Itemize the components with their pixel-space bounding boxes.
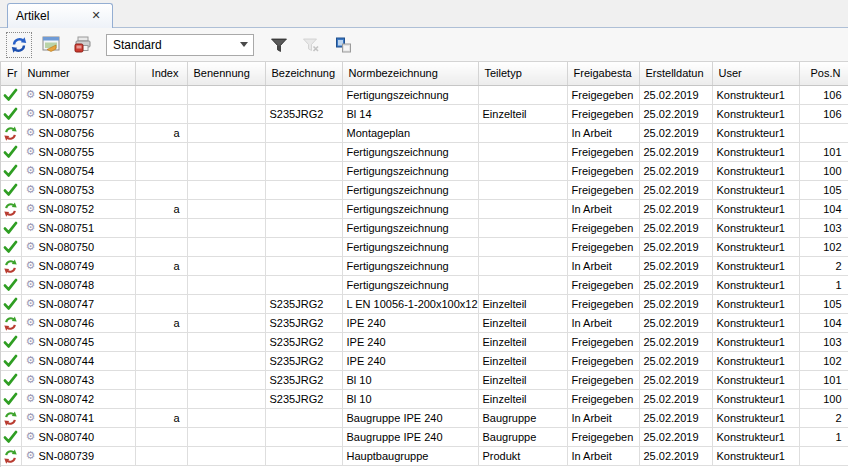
cell-fr — [1, 161, 21, 180]
cell-nummer: ⚙SN-080754 — [21, 161, 135, 180]
cell-posnr: 102 — [799, 351, 848, 370]
table-row[interactable]: ⚙SN-080749aFertigungszeichnungIn Arbeit2… — [1, 256, 848, 275]
cell-bezeichnung — [265, 123, 342, 142]
table-row[interactable]: ⚙SN-080752aFertigungszeichnungIn Arbeit2… — [1, 199, 848, 218]
cell-fr — [1, 351, 21, 370]
cell-normbezeichnung: Baugruppe IPE 240 — [342, 427, 478, 446]
part-icon: ⚙ — [26, 373, 36, 386]
cell-nummer: ⚙SN-080747 — [21, 294, 135, 313]
table-row[interactable]: ⚙SN-080751FertigungszeichnungFreigegeben… — [1, 218, 848, 237]
status-freigegeben-icon — [3, 221, 18, 235]
cell-normbezeichnung: Fertigungszeichnung — [342, 237, 478, 256]
cell-bezeichnung — [265, 256, 342, 275]
cell-teiletyp: Einzelteil — [478, 389, 567, 408]
column-header-teiletyp[interactable]: Teiletyp — [478, 62, 567, 85]
table-row[interactable]: ⚙SN-080754FertigungszeichnungFreigegeben… — [1, 161, 848, 180]
table-row[interactable]: ⚙SN-080740Baugruppe IPE 240BaugruppeFrei… — [1, 427, 848, 446]
cell-teiletyp — [478, 85, 567, 104]
header-row: FrNummerIndexBenennungBezeichnungNormbez… — [1, 62, 848, 85]
table-row[interactable]: ⚙SN-080743S235JRG2Bl 10EinzelteilFreigeg… — [1, 370, 848, 389]
column-header-posnr[interactable]: Pos.N — [799, 62, 848, 85]
cell-teiletyp: Einzelteil — [478, 370, 567, 389]
table-row[interactable]: ⚙SN-080742S235JRG2Bl 10EinzelteilFreigeg… — [1, 389, 848, 408]
status-in-arbeit-icon — [3, 202, 18, 217]
cell-index — [135, 275, 187, 294]
column-header-freigabestatus[interactable]: Freigabesta — [567, 62, 639, 85]
table-row[interactable]: ⚙SN-080755FertigungszeichnungFreigegeben… — [1, 142, 848, 161]
cell-freigabestatus: Freigegeben — [567, 275, 639, 294]
cell-nummer: ⚙SN-080755 — [21, 142, 135, 161]
cell-nummer: ⚙SN-080759 — [21, 85, 135, 104]
clear-filter-button[interactable] — [298, 32, 324, 58]
view-combobox[interactable]: Standard — [106, 34, 254, 56]
print-button[interactable] — [70, 32, 96, 58]
table-row[interactable]: ⚙SN-080739HauptbaugruppeProduktIn Arbeit… — [1, 446, 848, 465]
table-row[interactable]: ⚙SN-080757S235JRG2Bl 14EinzelteilFreigeg… — [1, 104, 848, 123]
grid-header: FrNummerIndexBenennungBezeichnungNormbez… — [1, 62, 848, 85]
part-icon: ⚙ — [26, 354, 36, 367]
column-header-index[interactable]: Index — [135, 62, 187, 85]
table-row[interactable]: ⚙SN-080753FertigungszeichnungFreigegeben… — [1, 180, 848, 199]
part-icon: ⚙ — [26, 411, 36, 424]
cell-posnr: 104 — [799, 313, 848, 332]
column-header-erstelldatum[interactable]: Erstelldatun — [639, 62, 712, 85]
artikel-number: SN-080757 — [38, 108, 94, 120]
cell-posnr: 103 — [799, 218, 848, 237]
refresh-button[interactable] — [6, 32, 32, 58]
filter-button[interactable] — [266, 32, 292, 58]
table-row[interactable]: ⚙SN-080741aBaugruppe IPE 240BaugruppeIn … — [1, 408, 848, 427]
cell-erstelldatum: 25.02.2019 — [639, 104, 712, 123]
cell-benennung — [187, 237, 265, 256]
cell-index — [135, 85, 187, 104]
filter-icon — [270, 37, 288, 53]
cell-user: Konstrukteur1 — [712, 199, 799, 218]
cell-nummer: ⚙SN-080750 — [21, 237, 135, 256]
column-header-benennung[interactable]: Benennung — [187, 62, 265, 85]
artikel-number: SN-080754 — [38, 165, 94, 177]
part-icon: ⚙ — [26, 449, 36, 462]
column-header-bezeichnung[interactable]: Bezeichnung — [265, 62, 342, 85]
column-header-user[interactable]: User — [712, 62, 799, 85]
cell-teiletyp: Einzelteil — [478, 294, 567, 313]
cell-bezeichnung — [265, 161, 342, 180]
cell-user: Konstrukteur1 — [712, 332, 799, 351]
table-row[interactable]: ⚙SN-080745S235JRG2IPE 240EinzelteilFreig… — [1, 332, 848, 351]
cell-benennung — [187, 123, 265, 142]
table-row[interactable]: ⚙SN-080759FertigungszeichnungFreigegeben… — [1, 85, 848, 104]
cell-nummer: ⚙SN-080741 — [21, 408, 135, 427]
table-row[interactable]: ⚙SN-080744S235JRG2IPE 240EinzelteilFreig… — [1, 351, 848, 370]
clear-filter-icon — [302, 37, 320, 53]
table-row[interactable]: ⚙SN-080747S235JRG2L EN 10056-1-200x100x1… — [1, 294, 848, 313]
cell-erstelldatum: 25.02.2019 — [639, 199, 712, 218]
cell-fr — [1, 427, 21, 446]
cell-posnr: 106 — [799, 85, 848, 104]
cell-erstelldatum: 25.02.2019 — [639, 275, 712, 294]
cell-posnr: 1 — [799, 275, 848, 294]
cell-teiletyp: Einzelteil — [478, 313, 567, 332]
cell-erstelldatum: 25.02.2019 — [639, 142, 712, 161]
table-row[interactable]: ⚙SN-080750FertigungszeichnungFreigegeben… — [1, 237, 848, 256]
cell-fr — [1, 332, 21, 351]
cell-nummer: ⚙SN-080748 — [21, 275, 135, 294]
table-row[interactable]: ⚙SN-080756aMontageplanIn Arbeit25.02.201… — [1, 123, 848, 142]
window-list-button[interactable] — [330, 32, 356, 58]
cell-nummer: ⚙SN-080742 — [21, 389, 135, 408]
cell-index — [135, 427, 187, 446]
close-icon[interactable]: ✕ — [88, 8, 104, 24]
table-row[interactable]: ⚙SN-080748FertigungszeichnungFreigegeben… — [1, 275, 848, 294]
artikel-number: SN-080753 — [38, 184, 94, 196]
tab-artikel[interactable]: Artikel ✕ — [7, 3, 113, 28]
cell-fr — [1, 389, 21, 408]
table-row[interactable]: ⚙SN-080746aS235JRG2IPE 240EinzelteilIn A… — [1, 313, 848, 332]
cell-posnr: 104 — [799, 199, 848, 218]
cell-teiletyp — [478, 218, 567, 237]
print-preview-button[interactable] — [38, 32, 64, 58]
cell-user: Konstrukteur1 — [712, 85, 799, 104]
cell-nummer: ⚙SN-080743 — [21, 370, 135, 389]
column-header-fr[interactable]: Fr — [1, 62, 21, 85]
cell-posnr: 100 — [799, 161, 848, 180]
part-icon: ⚙ — [26, 145, 36, 158]
column-header-nummer[interactable]: Nummer — [21, 62, 135, 85]
cell-fr — [1, 294, 21, 313]
column-header-normbezeichnung[interactable]: Normbezeichnung — [342, 62, 478, 85]
